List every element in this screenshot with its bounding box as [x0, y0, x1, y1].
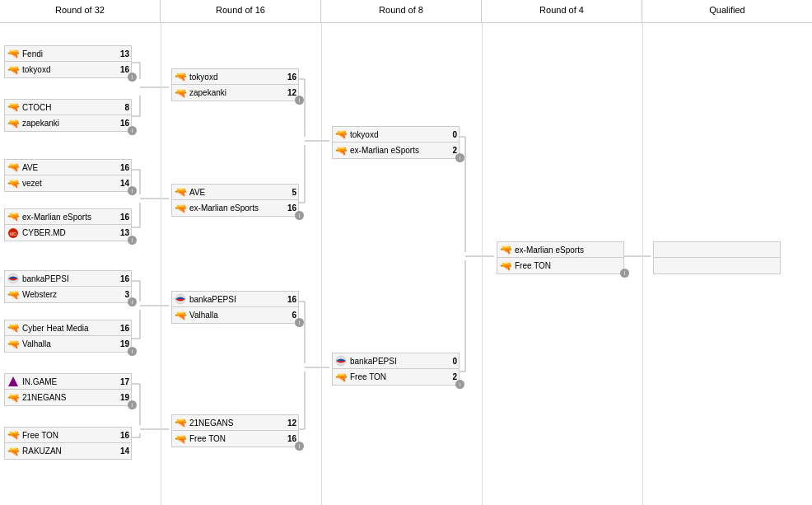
team-row: 🔫 tokyoxd 16: [171, 68, 299, 85]
info-icon[interactable]: i: [295, 211, 304, 220]
cs-icon: 🔫: [334, 144, 348, 157]
team-score: 12: [282, 88, 296, 97]
team-name: Cyber Heat Media: [22, 324, 114, 333]
team-name: 21NEGANS: [189, 418, 282, 428]
team-name: Free TON: [189, 434, 282, 443]
team-name: zapekanki: [22, 119, 114, 128]
team-name: ex-Marlian eSports: [22, 213, 114, 222]
team-row: 🔫 Free TON 16 i: [171, 431, 299, 447]
team-name: Free TON: [350, 372, 442, 381]
cs-icon: 🔫: [7, 338, 20, 351]
info-icon[interactable]: i: [128, 236, 137, 245]
cs-icon: 🔫: [499, 260, 512, 273]
qualified-team-row-2: [653, 258, 781, 274]
pepsi-icon: [7, 272, 20, 285]
team-row: 🔫 zapekanki 12 i: [171, 85, 299, 101]
r16-match-3: bankaPEPSI 16 🔫 Valhalla 6 i: [171, 291, 299, 324]
team-row: 🔫 RAKUZAN 14: [4, 443, 132, 460]
pepsi-icon: [334, 354, 348, 367]
team-name: vezet: [22, 179, 114, 188]
team-row: bankaPEPSI 16: [171, 291, 299, 307]
team-row: 🔫 ex-Marlian eSports 16: [4, 208, 132, 225]
team-name: Free TON: [22, 431, 114, 440]
team-score: 16: [282, 295, 296, 304]
team-name: IN.GAME: [22, 377, 114, 386]
r8-match-1: 🔫 tokyoxd 0 🔫 ex-Marlian eSports 2 i: [332, 126, 460, 159]
r8-match-2: bankaPEPSI 0 🔫 Free TON 2 i: [332, 353, 460, 386]
team-score: 5: [282, 188, 296, 197]
cs-icon: 🔫: [174, 433, 187, 446]
r16-match-2: 🔫 AVE 5 🔫 ex-Marlian eSports 16 i: [171, 184, 299, 217]
team-row: MD CYBER.MD 13 i: [4, 225, 132, 241]
team-score: 13: [114, 228, 129, 237]
team-row: 🔫 Free TON i: [497, 258, 624, 274]
team-score: 16: [282, 434, 296, 443]
info-icon[interactable]: i: [455, 380, 464, 389]
r32-match-5: bankaPEPSI 16 🔫 Websterz 3 i: [4, 270, 132, 303]
team-row: 🔫 Websterz 3 i: [4, 287, 132, 303]
team-name: ex-Marlian eSports: [350, 146, 442, 155]
r16-match-4: 🔫 21NEGANS 12 🔫 Free TON 16 i: [171, 414, 299, 447]
cs-icon: 🔫: [174, 416, 187, 429]
team-name: bankaPEPSI: [350, 357, 442, 366]
team-row: 🔫 Valhalla 19 i: [4, 336, 132, 353]
info-icon[interactable]: i: [128, 126, 137, 135]
round-header-16: Round of 16: [161, 0, 321, 22]
r32-match-1: 🔫 Fendi 13 🔫 tokyoxd 16 i: [4, 45, 132, 78]
pepsi-icon: [174, 292, 187, 306]
r32-match-4: 🔫 ex-Marlian eSports 16 MD CYBER.MD 13 i: [4, 208, 132, 241]
team-row: 🔫 vezet 14 i: [4, 175, 132, 192]
team-name: tokyoxd: [350, 130, 442, 139]
team-score: 2: [442, 146, 457, 155]
qualified-box: [653, 241, 781, 274]
r32-match-6: 🔫 Cyber Heat Media 16 🔫 Valhalla 19 i: [4, 320, 132, 353]
team-name: CTOCH: [22, 103, 114, 112]
cyber-md-icon: MD: [7, 227, 20, 240]
team-score: 0: [442, 130, 457, 139]
cs-icon: 🔫: [7, 161, 20, 174]
round-header-32: Round of 32: [0, 0, 161, 22]
info-icon[interactable]: i: [128, 186, 137, 195]
info-icon[interactable]: i: [128, 297, 137, 306]
round-header-8: Round of 8: [321, 0, 482, 22]
info-icon[interactable]: i: [295, 318, 304, 327]
info-icon[interactable]: i: [295, 442, 304, 451]
r32-match-3: 🔫 AVE 16 🔫 vezet 14 i: [4, 159, 132, 192]
team-name: tokyoxd: [189, 72, 282, 82]
bracket-container: Round of 32 Round of 16 Round of 8 Round…: [0, 0, 812, 505]
team-score: 19: [114, 393, 129, 402]
info-icon[interactable]: i: [295, 96, 304, 105]
team-score: 16: [282, 72, 296, 82]
team-row: 🔫 21NEGANS 19 i: [4, 390, 132, 406]
cs-icon: 🔫: [7, 445, 20, 458]
team-name: tokyoxd: [22, 65, 114, 74]
cs-icon: 🔫: [7, 391, 20, 404]
ingame-icon: [7, 375, 20, 388]
info-icon[interactable]: i: [620, 269, 629, 278]
r32-match-2: 🔫 CTOCH 8 🔫 zapekanki 16 i: [4, 99, 132, 132]
info-icon[interactable]: i: [128, 72, 137, 82]
round-header-4: Round of 4: [482, 0, 642, 22]
team-name: Valhalla: [22, 339, 114, 348]
svg-marker-39: [8, 376, 18, 386]
team-score: 16: [114, 163, 129, 172]
round-header-qualified: Qualified: [642, 0, 812, 22]
team-score: 6: [282, 311, 296, 320]
info-icon[interactable]: i: [128, 400, 137, 409]
team-row: 🔫 Free TON 16: [4, 427, 132, 443]
team-name: AVE: [189, 188, 282, 197]
team-row: 🔫 tokyoxd 16 i: [4, 62, 132, 78]
team-score: 13: [114, 49, 129, 58]
team-row: 🔫 Fendi 13: [4, 45, 132, 62]
team-name: zapekanki: [189, 88, 282, 97]
team-score: 19: [114, 339, 129, 348]
info-icon[interactable]: i: [455, 153, 464, 162]
team-score: 16: [114, 213, 129, 222]
team-row: 🔫 ex-Marlian eSports: [497, 241, 624, 258]
team-score: 8: [114, 103, 129, 112]
team-name: CYBER.MD: [22, 228, 114, 237]
info-icon[interactable]: i: [128, 347, 137, 356]
cs-icon: 🔫: [7, 428, 20, 442]
team-score: 3: [114, 290, 129, 299]
cs-icon: 🔫: [334, 371, 348, 384]
